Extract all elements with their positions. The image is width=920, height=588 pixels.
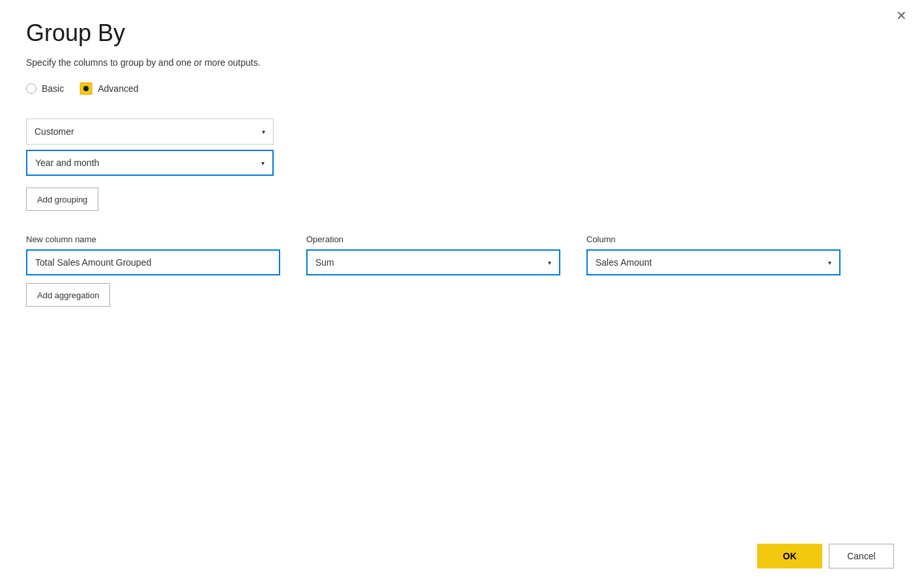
column-dropdown[interactable]: Sales Amount ▾ [586, 249, 841, 275]
grouping-dropdown-customer-arrow: ▾ [262, 128, 265, 135]
add-aggregation-button[interactable]: Add aggregation [26, 283, 110, 307]
close-button[interactable]: ✕ [896, 9, 907, 22]
dialog-title: Group By [26, 20, 894, 47]
dialog-footer: OK Cancel [757, 544, 894, 568]
radio-group: Basic Advanced [26, 82, 894, 95]
add-grouping-button[interactable]: Add grouping [26, 188, 98, 211]
aggregation-labels-row: New column name Operation Column [26, 234, 894, 244]
grouping-dropdown-yearmonth-value: Year and month [35, 158, 99, 168]
grouping-dropdown-yearmonth-arrow: ▾ [261, 160, 265, 167]
label-new-column-name: New column name [26, 234, 280, 244]
aggregation-section: New column name Operation Column Sum ▾ S… [26, 234, 894, 307]
new-column-name-input[interactable] [26, 249, 280, 275]
label-column: Column [586, 234, 841, 244]
ok-button[interactable]: OK [757, 544, 822, 568]
aggregation-fields-row: Sum ▾ Sales Amount ▾ [26, 249, 894, 275]
dialog-subtitle: Specify the columns to group by and one … [26, 57, 894, 68]
radio-advanced[interactable]: Advanced [79, 82, 138, 95]
grouping-section: Customer ▾ Year and month ▾ Add grouping [26, 119, 894, 211]
grouping-dropdown-yearmonth[interactable]: Year and month ▾ [26, 150, 274, 176]
radio-advanced-icon [79, 82, 93, 95]
grouping-dropdown-customer-value: Customer [35, 126, 74, 137]
label-operation: Operation [306, 234, 560, 244]
operation-dropdown-arrow: ▾ [548, 259, 551, 266]
radio-basic-label: Basic [42, 83, 64, 94]
group-by-dialog: ✕ Group By Specify the columns to group … [0, 0, 920, 588]
svg-point-1 [83, 86, 89, 91]
column-dropdown-value: Sales Amount [596, 257, 652, 268]
radio-advanced-label: Advanced [98, 83, 138, 94]
column-dropdown-arrow: ▾ [828, 259, 831, 266]
cancel-button[interactable]: Cancel [829, 544, 894, 568]
operation-dropdown-value: Sum [315, 257, 334, 268]
grouping-dropdown-customer[interactable]: Customer ▾ [26, 119, 274, 145]
operation-dropdown[interactable]: Sum ▾ [306, 249, 560, 275]
radio-basic-circle [26, 83, 36, 94]
radio-basic[interactable]: Basic [26, 83, 64, 94]
